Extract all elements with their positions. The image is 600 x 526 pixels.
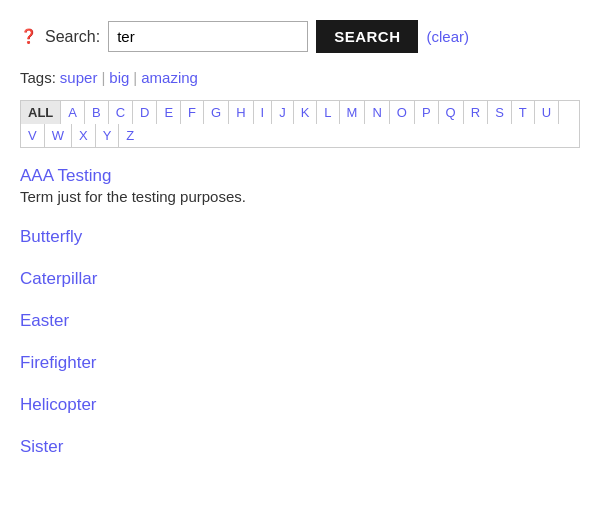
search-label: Search:: [45, 28, 100, 46]
tag-separator-2: |: [133, 69, 137, 86]
alpha-bar-item-k[interactable]: K: [294, 101, 318, 124]
tag-separator-1: |: [101, 69, 105, 86]
tags-label: Tags:: [20, 69, 56, 86]
result-title[interactable]: Helicopter: [20, 395, 97, 414]
result-item: Caterpillar: [20, 269, 580, 289]
result-item: AAA TestingTerm just for the testing pur…: [20, 166, 580, 205]
tag-amazing[interactable]: amazing: [141, 69, 198, 86]
help-icon[interactable]: ❓: [20, 28, 37, 45]
alpha-bar-item-d[interactable]: D: [133, 101, 157, 124]
result-description: Term just for the testing purposes.: [20, 188, 580, 205]
result-title[interactable]: Firefighter: [20, 353, 97, 372]
result-title[interactable]: Sister: [20, 437, 63, 456]
result-item: Helicopter: [20, 395, 580, 415]
results-list: AAA TestingTerm just for the testing pur…: [20, 166, 580, 457]
result-item: Sister: [20, 437, 580, 457]
result-title[interactable]: Caterpillar: [20, 269, 97, 288]
alpha-bar-item-r[interactable]: R: [464, 101, 488, 124]
alpha-bar-item-j[interactable]: J: [272, 101, 294, 124]
alpha-bar-item-z[interactable]: Z: [119, 124, 141, 147]
result-title[interactable]: AAA Testing: [20, 166, 111, 185]
alpha-bar-item-f[interactable]: F: [181, 101, 204, 124]
alpha-bar-item-m[interactable]: M: [340, 101, 366, 124]
alpha-bar-item-e[interactable]: E: [157, 101, 181, 124]
alpha-bar-item-o[interactable]: O: [390, 101, 415, 124]
result-item: Firefighter: [20, 353, 580, 373]
search-button[interactable]: SEARCH: [316, 20, 418, 53]
clear-link[interactable]: (clear): [426, 28, 469, 45]
tags-row: Tags: super | big | amazing: [20, 69, 580, 86]
alpha-bar-item-n[interactable]: N: [365, 101, 389, 124]
alpha-bar-item-x[interactable]: X: [72, 124, 96, 147]
alpha-bar-item-a[interactable]: A: [61, 101, 85, 124]
alpha-bar-item-all[interactable]: ALL: [21, 101, 61, 124]
result-item: Butterfly: [20, 227, 580, 247]
alpha-bar-item-l[interactable]: L: [317, 101, 339, 124]
alpha-bar-item-g[interactable]: G: [204, 101, 229, 124]
alpha-bar-item-h[interactable]: H: [229, 101, 253, 124]
alpha-bar-item-s[interactable]: S: [488, 101, 512, 124]
alpha-bar-item-q[interactable]: Q: [439, 101, 464, 124]
alpha-bar: ALLABCDEFGHIJKLMNOPQRSTUVWXYZ: [20, 100, 580, 148]
result-title[interactable]: Easter: [20, 311, 69, 330]
alpha-bar-item-v[interactable]: V: [21, 124, 45, 147]
alpha-bar-item-b[interactable]: B: [85, 101, 109, 124]
alpha-bar-item-y[interactable]: Y: [96, 124, 120, 147]
search-row: ❓ Search: SEARCH (clear): [20, 20, 580, 53]
result-item: Easter: [20, 311, 580, 331]
tag-big[interactable]: big: [109, 69, 129, 86]
alpha-bar-item-i[interactable]: I: [254, 101, 273, 124]
search-input[interactable]: [108, 21, 308, 52]
alpha-bar-item-u[interactable]: U: [535, 101, 559, 124]
alpha-bar-item-c[interactable]: C: [109, 101, 133, 124]
alpha-bar-item-t[interactable]: T: [512, 101, 535, 124]
tag-super[interactable]: super: [60, 69, 98, 86]
alpha-bar-item-p[interactable]: P: [415, 101, 439, 124]
result-title[interactable]: Butterfly: [20, 227, 82, 246]
alpha-bar-item-w[interactable]: W: [45, 124, 72, 147]
